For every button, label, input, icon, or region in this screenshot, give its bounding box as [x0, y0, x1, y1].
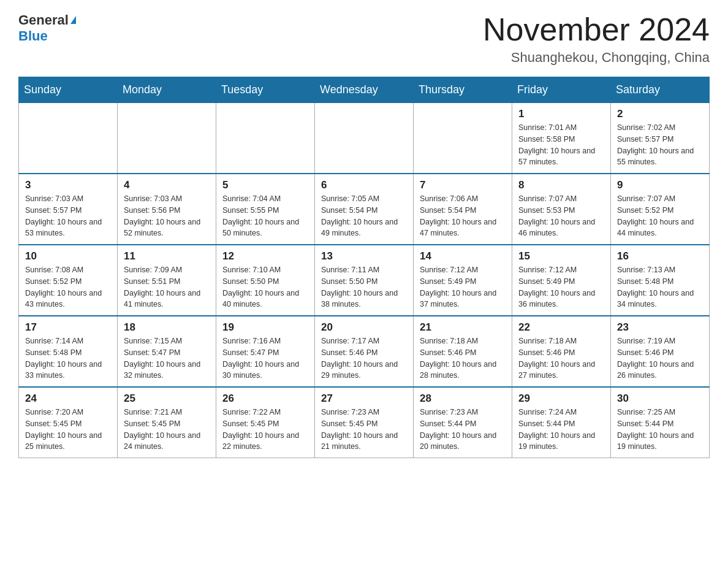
day-number: 5	[222, 179, 308, 191]
day-info: Sunrise: 7:12 AMSunset: 5:49 PMDaylight:…	[420, 264, 506, 310]
day-number: 25	[124, 393, 210, 405]
day-number: 3	[25, 179, 111, 191]
day-info: Sunrise: 7:04 AMSunset: 5:55 PMDaylight:…	[222, 193, 308, 239]
day-number: 2	[617, 108, 703, 120]
day-info: Sunrise: 7:23 AMSunset: 5:44 PMDaylight:…	[420, 407, 506, 453]
calendar-day-cell: 22Sunrise: 7:18 AMSunset: 5:46 PMDayligh…	[512, 316, 611, 387]
calendar-day-cell: 25Sunrise: 7:21 AMSunset: 5:45 PMDayligh…	[118, 387, 216, 458]
weekday-header-thursday: Thursday	[414, 77, 512, 103]
day-info: Sunrise: 7:20 AMSunset: 5:45 PMDaylight:…	[25, 407, 111, 453]
day-number: 12	[222, 250, 308, 262]
day-info: Sunrise: 7:17 AMSunset: 5:46 PMDaylight:…	[321, 335, 407, 381]
day-number: 14	[420, 250, 506, 262]
weekday-header-wednesday: Wednesday	[315, 77, 414, 103]
day-number: 21	[420, 321, 506, 334]
calendar-day-cell: 23Sunrise: 7:19 AMSunset: 5:46 PMDayligh…	[611, 316, 710, 387]
weekday-header-sunday: Sunday	[19, 77, 118, 103]
calendar-day-cell: 15Sunrise: 7:12 AMSunset: 5:49 PMDayligh…	[512, 245, 611, 316]
calendar-day-cell: 8Sunrise: 7:07 AMSunset: 5:53 PMDaylight…	[512, 174, 611, 245]
calendar-week-row: 3Sunrise: 7:03 AMSunset: 5:57 PMDaylight…	[19, 174, 710, 245]
day-info: Sunrise: 7:23 AMSunset: 5:45 PMDaylight:…	[321, 407, 407, 453]
weekday-header-friday: Friday	[512, 77, 611, 103]
calendar-subtitle: Shuanghekou, Chongqing, China	[483, 50, 710, 66]
weekday-header-row: SundayMondayTuesdayWednesdayThursdayFrid…	[19, 77, 710, 103]
calendar-day-cell: 19Sunrise: 7:16 AMSunset: 5:47 PMDayligh…	[216, 316, 315, 387]
day-info: Sunrise: 7:02 AMSunset: 5:57 PMDaylight:…	[617, 122, 703, 168]
day-number: 26	[222, 393, 308, 405]
day-number: 19	[222, 321, 308, 334]
day-number: 15	[518, 250, 604, 262]
day-number: 28	[420, 393, 506, 405]
day-number: 30	[617, 393, 703, 405]
calendar-day-cell: 30Sunrise: 7:25 AMSunset: 5:44 PMDayligh…	[611, 387, 710, 458]
day-info: Sunrise: 7:13 AMSunset: 5:48 PMDaylight:…	[617, 264, 703, 310]
calendar-day-cell: 26Sunrise: 7:22 AMSunset: 5:45 PMDayligh…	[216, 387, 315, 458]
day-info: Sunrise: 7:21 AMSunset: 5:45 PMDaylight:…	[124, 407, 210, 453]
calendar-day-cell: 6Sunrise: 7:05 AMSunset: 5:54 PMDaylight…	[315, 174, 414, 245]
calendar-week-row: 1Sunrise: 7:01 AMSunset: 5:58 PMDaylight…	[19, 103, 710, 174]
day-info: Sunrise: 7:07 AMSunset: 5:53 PMDaylight:…	[518, 193, 604, 239]
calendar-day-cell	[216, 103, 315, 174]
calendar-week-row: 10Sunrise: 7:08 AMSunset: 5:52 PMDayligh…	[19, 245, 710, 316]
day-number: 16	[617, 250, 703, 262]
day-info: Sunrise: 7:07 AMSunset: 5:52 PMDaylight:…	[617, 193, 703, 239]
calendar-day-cell: 24Sunrise: 7:20 AMSunset: 5:45 PMDayligh…	[19, 387, 118, 458]
day-info: Sunrise: 7:05 AMSunset: 5:54 PMDaylight:…	[321, 193, 407, 239]
day-number: 9	[617, 179, 703, 191]
day-info: Sunrise: 7:18 AMSunset: 5:46 PMDaylight:…	[420, 335, 506, 381]
day-info: Sunrise: 7:14 AMSunset: 5:48 PMDaylight:…	[25, 335, 111, 381]
calendar-day-cell: 5Sunrise: 7:04 AMSunset: 5:55 PMDaylight…	[216, 174, 315, 245]
title-area: November 2024 Shuanghekou, Chongqing, Ch…	[483, 12, 710, 66]
calendar-title: November 2024	[483, 12, 710, 47]
calendar-day-cell: 1Sunrise: 7:01 AMSunset: 5:58 PMDaylight…	[512, 103, 611, 174]
day-number: 13	[321, 250, 407, 262]
day-number: 6	[321, 179, 407, 191]
day-info: Sunrise: 7:09 AMSunset: 5:51 PMDaylight:…	[124, 264, 210, 310]
day-number: 20	[321, 321, 407, 334]
calendar-week-row: 17Sunrise: 7:14 AMSunset: 5:48 PMDayligh…	[19, 316, 710, 387]
logo-blue-text: Blue	[18, 28, 48, 44]
day-info: Sunrise: 7:03 AMSunset: 5:57 PMDaylight:…	[25, 193, 111, 239]
day-number: 11	[124, 250, 210, 262]
calendar-day-cell: 16Sunrise: 7:13 AMSunset: 5:48 PMDayligh…	[611, 245, 710, 316]
day-info: Sunrise: 7:01 AMSunset: 5:58 PMDaylight:…	[518, 122, 604, 168]
day-number: 1	[518, 108, 604, 120]
calendar-day-cell: 7Sunrise: 7:06 AMSunset: 5:54 PMDaylight…	[414, 174, 512, 245]
weekday-header-tuesday: Tuesday	[216, 77, 315, 103]
calendar-day-cell: 17Sunrise: 7:14 AMSunset: 5:48 PMDayligh…	[19, 316, 118, 387]
logo: General Blue	[18, 12, 76, 44]
calendar-day-cell: 13Sunrise: 7:11 AMSunset: 5:50 PMDayligh…	[315, 245, 414, 316]
day-number: 17	[25, 321, 111, 334]
logo-general-text: General	[18, 12, 69, 28]
calendar-day-cell: 21Sunrise: 7:18 AMSunset: 5:46 PMDayligh…	[414, 316, 512, 387]
day-info: Sunrise: 7:16 AMSunset: 5:47 PMDaylight:…	[222, 335, 308, 381]
calendar-day-cell	[315, 103, 414, 174]
calendar-day-cell: 10Sunrise: 7:08 AMSunset: 5:52 PMDayligh…	[19, 245, 118, 316]
calendar-day-cell: 2Sunrise: 7:02 AMSunset: 5:57 PMDaylight…	[611, 103, 710, 174]
day-info: Sunrise: 7:22 AMSunset: 5:45 PMDaylight:…	[222, 407, 308, 453]
day-number: 29	[518, 393, 604, 405]
day-info: Sunrise: 7:12 AMSunset: 5:49 PMDaylight:…	[518, 264, 604, 310]
day-info: Sunrise: 7:24 AMSunset: 5:44 PMDaylight:…	[518, 407, 604, 453]
calendar-day-cell	[19, 103, 118, 174]
calendar-day-cell: 18Sunrise: 7:15 AMSunset: 5:47 PMDayligh…	[118, 316, 216, 387]
calendar-day-cell: 27Sunrise: 7:23 AMSunset: 5:45 PMDayligh…	[315, 387, 414, 458]
calendar-table: SundayMondayTuesdayWednesdayThursdayFrid…	[18, 77, 710, 458]
header: General Blue November 2024 Shuanghekou, …	[18, 12, 710, 66]
day-info: Sunrise: 7:03 AMSunset: 5:56 PMDaylight:…	[124, 193, 210, 239]
calendar-day-cell: 20Sunrise: 7:17 AMSunset: 5:46 PMDayligh…	[315, 316, 414, 387]
day-info: Sunrise: 7:15 AMSunset: 5:47 PMDaylight:…	[124, 335, 210, 381]
day-info: Sunrise: 7:06 AMSunset: 5:54 PMDaylight:…	[420, 193, 506, 239]
calendar-day-cell	[118, 103, 216, 174]
calendar-day-cell: 3Sunrise: 7:03 AMSunset: 5:57 PMDaylight…	[19, 174, 118, 245]
day-info: Sunrise: 7:19 AMSunset: 5:46 PMDaylight:…	[617, 335, 703, 381]
day-number: 8	[518, 179, 604, 191]
weekday-header-saturday: Saturday	[611, 77, 710, 103]
calendar-day-cell: 11Sunrise: 7:09 AMSunset: 5:51 PMDayligh…	[118, 245, 216, 316]
day-info: Sunrise: 7:10 AMSunset: 5:50 PMDaylight:…	[222, 264, 308, 310]
calendar-day-cell: 14Sunrise: 7:12 AMSunset: 5:49 PMDayligh…	[414, 245, 512, 316]
day-info: Sunrise: 7:08 AMSunset: 5:52 PMDaylight:…	[25, 264, 111, 310]
day-number: 18	[124, 321, 210, 334]
day-number: 27	[321, 393, 407, 405]
day-info: Sunrise: 7:18 AMSunset: 5:46 PMDaylight:…	[518, 335, 604, 381]
